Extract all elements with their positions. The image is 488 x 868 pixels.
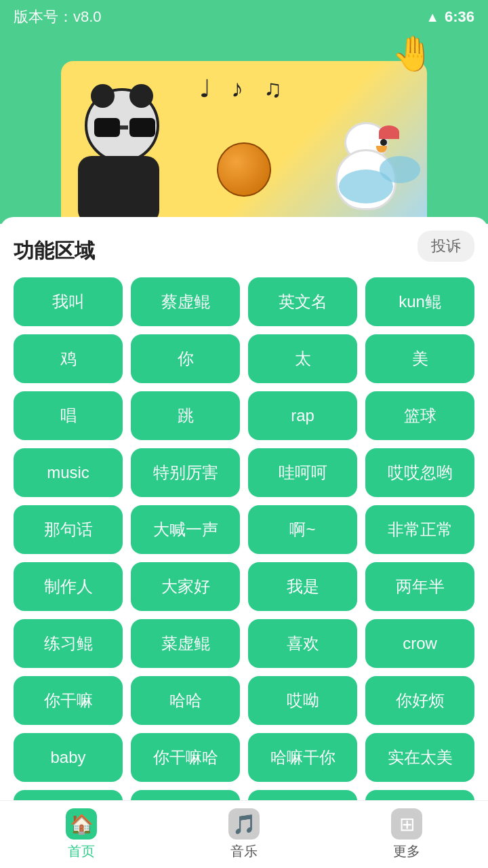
function-button[interactable]: baby	[14, 733, 123, 782]
function-button[interactable]: 太	[248, 334, 357, 383]
cloud-decoration-2	[339, 170, 393, 203]
function-button[interactable]: 我是	[248, 562, 357, 611]
function-button[interactable]: 菜虚鲲	[131, 619, 240, 668]
function-button[interactable]: music	[14, 448, 123, 497]
nav-label-更多: 更多	[393, 842, 420, 861]
function-button[interactable]: crow	[365, 619, 474, 668]
function-button[interactable]: 跳	[131, 391, 240, 440]
top-decoration: 🤚	[392, 34, 434, 73]
version-label: 版本号：v8.0	[14, 7, 102, 27]
function-button[interactable]: 英文名	[248, 277, 357, 326]
nav-item-首页[interactable]: 🏠首页	[0, 808, 163, 861]
status-bar: 版本号：v8.0 ▲ 6:36	[0, 0, 488, 34]
function-button[interactable]: 哎哎忽哟	[365, 448, 474, 497]
function-button[interactable]: 练习鲲	[14, 619, 123, 668]
music-notes-decoration: ♩ ♪ ♫	[199, 75, 289, 103]
function-button[interactable]: 制作人	[14, 562, 123, 611]
nav-label-首页: 首页	[68, 842, 95, 861]
nav-item-音乐[interactable]: 🎵音乐	[163, 808, 325, 861]
function-button[interactable]: kun鲲	[365, 277, 474, 326]
function-button[interactable]: 两年半	[365, 562, 474, 611]
section-title: 功能区域	[14, 237, 474, 265]
function-button[interactable]: 我叫	[14, 277, 123, 326]
function-button[interactable]: 那句话	[14, 505, 123, 554]
function-button[interactable]: 鸡	[14, 334, 123, 383]
function-button[interactable]: 喜欢	[248, 619, 357, 668]
function-button[interactable]: 哇呵呵	[248, 448, 357, 497]
header-banner: ♩ ♪ ♫	[0, 34, 488, 224]
nav-icon-首页: 🏠	[66, 808, 97, 840]
function-button[interactable]: 蔡虚鲲	[131, 277, 240, 326]
function-button[interactable]: 特别厉害	[131, 448, 240, 497]
function-button[interactable]: 你干嘛哈	[131, 733, 240, 782]
nav-icon-更多: ⊞	[391, 808, 422, 840]
main-content: 投诉 功能区域 我叫蔡虚鲲英文名kun鲲鸡你太美唱跳rap篮球music特别厉害…	[0, 217, 488, 868]
function-button[interactable]: 哈嘛干你	[248, 733, 357, 782]
function-button[interactable]: 啊~	[248, 505, 357, 554]
complain-button[interactable]: 投诉	[418, 231, 474, 262]
function-button[interactable]: 大家好	[131, 562, 240, 611]
clock: 6:36	[445, 8, 474, 26]
function-button[interactable]: 哈哈	[131, 676, 240, 725]
function-button[interactable]: 你好烦	[365, 676, 474, 725]
function-button[interactable]: 唱	[14, 391, 123, 440]
function-button[interactable]: 实在太美	[365, 733, 474, 782]
function-button-grid: 我叫蔡虚鲲英文名kun鲲鸡你太美唱跳rap篮球music特别厉害哇呵呵哎哎忽哟那…	[14, 277, 474, 868]
function-button[interactable]: 非常正常	[365, 505, 474, 554]
function-button[interactable]: rap	[248, 391, 357, 440]
panda-character	[75, 88, 183, 224]
wifi-icon: ▲	[426, 9, 439, 25]
bottom-navigation: 🏠首页🎵音乐⊞更多	[0, 800, 488, 868]
nav-item-更多[interactable]: ⊞更多	[325, 808, 488, 861]
function-button[interactable]: 美	[365, 334, 474, 383]
nav-label-音乐: 音乐	[230, 842, 258, 861]
status-right: ▲ 6:36	[426, 8, 474, 26]
banner-image: ♩ ♪ ♫	[61, 61, 427, 224]
nav-icon-音乐: 🎵	[228, 808, 260, 840]
function-button[interactable]: 大喊一声	[131, 505, 240, 554]
basketball-decoration	[217, 142, 271, 197]
function-button[interactable]: 你干嘛	[14, 676, 123, 725]
function-button[interactable]: 你	[131, 334, 240, 383]
function-button[interactable]: 哎呦	[248, 676, 357, 725]
function-button[interactable]: 篮球	[365, 391, 474, 440]
